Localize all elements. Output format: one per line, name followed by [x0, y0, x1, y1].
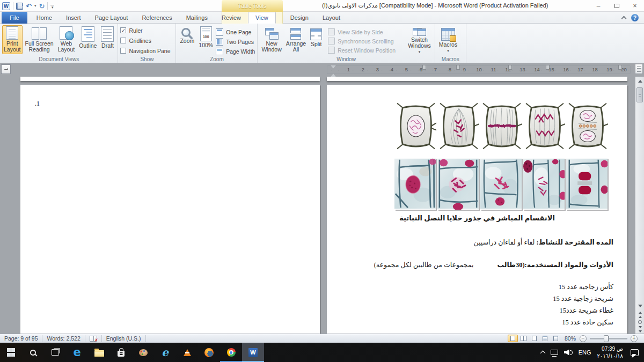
next-page-button[interactable] — [639, 326, 642, 334]
redo-icon[interactable]: ↻ — [39, 3, 45, 10]
split-button[interactable]: Split — [309, 25, 324, 54]
zoom-100-button[interactable]: 100 100% — [197, 25, 215, 54]
internet-explorer-icon: e — [162, 347, 169, 358]
full-screen-view-button[interactable] — [518, 335, 529, 342]
page-indicator[interactable]: Page: 9 of 95 — [0, 335, 42, 342]
document-page-right[interactable]: الانقسام المباشر في جذور خلايا النصل الن… — [327, 85, 627, 334]
horizontal-ruler[interactable]: 1234567891011121314151617181920 — [327, 65, 631, 74]
tab-file[interactable]: File — [2, 12, 27, 24]
scroll-up-button[interactable] — [635, 77, 644, 85]
one-page-button[interactable]: One Page — [216, 27, 255, 37]
table-column-marker[interactable] — [456, 65, 460, 70]
zoom-slider: − + — [580, 335, 638, 342]
hanging-indent-marker[interactable] — [331, 70, 336, 77]
vertical-scrollbar[interactable] — [635, 77, 644, 334]
minimize-ribbon-icon[interactable] — [621, 16, 627, 21]
micrograph-interphase — [394, 158, 436, 210]
taskbar-vlc[interactable] — [176, 343, 198, 362]
zoom-level[interactable]: 80% — [565, 335, 576, 342]
tab-mailings[interactable]: Mailings — [179, 12, 215, 24]
network-icon[interactable] — [551, 350, 558, 355]
zoom-out-button[interactable]: − — [580, 335, 587, 342]
view-shortcuts — [508, 335, 561, 342]
table-column-marker[interactable] — [546, 65, 550, 70]
taskbar-search-button[interactable] — [22, 343, 44, 362]
new-window-button[interactable]: New Window — [260, 25, 283, 54]
taskbar-paint[interactable] — [132, 343, 154, 362]
tab-home[interactable]: Home — [30, 12, 59, 24]
tab-view[interactable]: View — [248, 12, 276, 24]
zoom-in-button[interactable]: + — [631, 335, 638, 342]
help-icon[interactable]: ? — [631, 14, 639, 21]
tab-review[interactable]: Review — [215, 12, 248, 24]
undo-dropdown-icon[interactable]: ▾ — [34, 4, 36, 8]
file-explorer-icon — [94, 350, 104, 357]
taskbar-firefox[interactable] — [198, 343, 220, 362]
zoom-slider-track[interactable] — [590, 338, 627, 339]
task-view-button[interactable] — [44, 343, 66, 362]
navigation-pane-checkbox[interactable]: Navigation Pane — [120, 46, 170, 55]
scroll-down-button[interactable] — [635, 302, 644, 311]
scrollbar-thumb[interactable] — [636, 87, 643, 102]
paint-icon — [139, 349, 148, 356]
switch-windows-button[interactable]: Switch Windows ▾ — [406, 25, 433, 54]
language-indicator[interactable]: English (U.S.) — [102, 335, 146, 342]
tab-insert[interactable]: Insert — [59, 12, 88, 24]
outline-button[interactable]: Outline — [77, 25, 98, 54]
print-layout-view-button[interactable] — [508, 335, 518, 342]
draft-view-button[interactable] — [551, 335, 561, 342]
taskbar-word[interactable]: W — [242, 343, 264, 362]
table-column-marker[interactable] — [422, 65, 426, 70]
document-page-left[interactable]: .1 — [20, 85, 320, 334]
language-button[interactable]: ENG — [579, 349, 591, 356]
tab-design[interactable]: Design — [283, 12, 316, 24]
document-area: .1 — [0, 77, 644, 334]
group-macros: Macros ▾ Macros — [435, 24, 466, 63]
outline-view-button[interactable] — [540, 335, 550, 342]
tab-stop-selector[interactable]: ⌐ — [1, 64, 11, 74]
web-layout-view-button[interactable] — [529, 335, 539, 342]
zoom-slider-thumb[interactable] — [604, 335, 609, 342]
speaker-icon[interactable] — [564, 350, 573, 356]
ruler-checkbox[interactable]: ✓ Ruler — [120, 26, 142, 35]
minimize-button[interactable]: – — [589, 0, 608, 12]
taskbar-store[interactable] — [110, 343, 132, 362]
ruler-number: 3 — [370, 66, 385, 73]
mitosis-diagram-telophase — [567, 98, 608, 154]
draft-button[interactable]: Draft — [99, 25, 115, 54]
macros-button[interactable]: Macros ▾ — [437, 25, 459, 54]
taskbar-clock[interactable]: 07:39 ص ٢٠١٦/١٠/١٨ — [597, 345, 623, 359]
save-icon[interactable] — [16, 3, 23, 10]
web-layout-button[interactable]: Web Layout — [56, 25, 77, 54]
customize-qat-icon[interactable]: ▾ — [50, 4, 54, 9]
taskbar-file-explorer[interactable] — [88, 343, 110, 362]
previous-page-button[interactable] — [639, 311, 642, 318]
taskbar-internet-explorer[interactable]: e — [154, 343, 176, 362]
two-pages-button[interactable]: Two Pages — [216, 37, 255, 47]
table-column-marker[interactable] — [618, 65, 622, 70]
taskbar-chrome[interactable] — [220, 343, 242, 362]
start-button[interactable] — [0, 343, 22, 362]
ruler-toggle-button[interactable] — [635, 64, 643, 74]
proofing-status[interactable] — [85, 335, 102, 342]
gridlines-checkbox[interactable]: Gridlines — [120, 36, 151, 45]
zoom-button[interactable]: Zoom — [178, 25, 196, 54]
word-logo-icon[interactable]: W — [2, 2, 10, 10]
tab-layout[interactable]: Layout — [316, 12, 347, 24]
restore-button[interactable] — [608, 0, 626, 12]
tab-page-layout[interactable]: Page Layout — [88, 12, 135, 24]
tab-references[interactable]: References — [135, 12, 179, 24]
select-browse-object-button[interactable] — [638, 320, 642, 324]
page-width-button[interactable]: Page Width — [216, 47, 255, 56]
close-button[interactable]: × — [626, 0, 644, 12]
tray-expand-icon[interactable] — [540, 351, 545, 356]
arrange-all-button[interactable]: Arrange All — [284, 25, 308, 54]
action-center-icon[interactable] — [631, 349, 639, 356]
word-count[interactable]: Words: 2,522 — [42, 335, 85, 342]
undo-icon[interactable]: ↶ — [26, 3, 32, 10]
full-screen-reading-button[interactable]: Full Screen Reading — [24, 25, 55, 54]
table-column-marker[interactable] — [508, 65, 512, 70]
taskbar-edge[interactable]: e — [66, 343, 88, 362]
view-side-by-side-button: View Side by Side — [328, 27, 405, 36]
print-layout-button[interactable]: Print Layout — [2, 25, 23, 54]
